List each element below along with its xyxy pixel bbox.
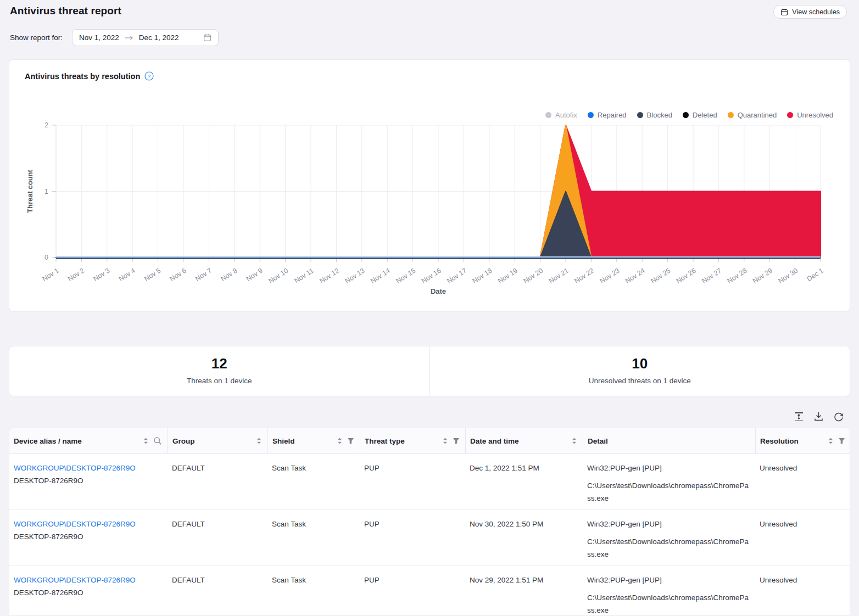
threat-path: C:\Users\test\Downloads\chromepass\Chrom… — [587, 479, 750, 505]
svg-text:Nov 30: Nov 30 — [777, 267, 799, 285]
threat-path: C:\Users\test\Downloads\chromepass\Chrom… — [587, 535, 750, 561]
view-schedules-label: View schedules — [792, 8, 840, 16]
resolution-cell: Unresolved — [755, 510, 850, 565]
group-cell: DEFAULT — [168, 566, 267, 616]
sort-icon[interactable] — [337, 436, 343, 445]
device-link[interactable]: WORKGROUP\DESKTOP-8726R9O — [14, 576, 136, 584]
svg-text:Nov 18: Nov 18 — [471, 267, 494, 285]
arrow-right-icon — [125, 35, 133, 41]
device-cell: WORKGROUP\DESKTOP-8726R9O DESKTOP-8726R9… — [9, 510, 168, 565]
svg-text:Nov 20: Nov 20 — [522, 267, 544, 285]
legend-item-blocked[interactable]: Blocked — [637, 111, 672, 119]
refresh-button[interactable] — [833, 411, 844, 423]
summary-unresolved: 10 Unresolved threats on 1 device — [430, 346, 850, 396]
svg-text:Date: Date — [431, 287, 446, 295]
date-range-picker[interactable]: Nov 1, 2022 Dec 1, 2022 — [72, 29, 219, 46]
legend-dot — [637, 112, 643, 118]
summary-card: 12 Threats on 1 device 10 Unresolved thr… — [9, 346, 850, 396]
table-row: WORKGROUP\DESKTOP-8726R9O DESKTOP-8726R9… — [9, 566, 850, 616]
svg-text:Nov 24: Nov 24 — [624, 267, 646, 285]
legend-label: Repaired — [598, 111, 627, 119]
chart-title: Antivirus threats by resolution — [25, 72, 140, 81]
row-height-button[interactable] — [794, 411, 804, 423]
table-toolbar — [794, 411, 844, 423]
svg-text:Dec 1: Dec 1 — [806, 267, 825, 283]
svg-text:0: 0 — [44, 254, 48, 261]
legend-item-deleted[interactable]: Deleted — [683, 111, 717, 119]
help-icon[interactable]: ? — [144, 71, 154, 81]
threats-count: 12 — [9, 355, 430, 372]
sort-icon[interactable] — [571, 436, 577, 445]
svg-text:Nov 6: Nov 6 — [169, 267, 188, 283]
threat-name: Win32:PUP-gen [PUP] — [587, 518, 749, 530]
refresh-icon — [833, 411, 844, 422]
table-row: WORKGROUP\DESKTOP-8726R9O DESKTOP-8726R9… — [9, 510, 850, 566]
date-range-end: Dec 1, 2022 — [139, 33, 179, 42]
table-header: Device alias / name Group Shield Threat … — [9, 428, 850, 454]
shield-cell: Scan Task — [267, 566, 360, 616]
filter-icon[interactable] — [347, 437, 354, 445]
sort-icon[interactable] — [143, 436, 149, 445]
download-button[interactable] — [813, 411, 824, 423]
col-header-threat-type[interactable]: Threat type — [360, 428, 465, 453]
device-cell: WORKGROUP\DESKTOP-8726R9O DESKTOP-8726R9… — [9, 566, 168, 616]
col-header-group[interactable]: Group — [168, 428, 267, 453]
legend-label: Deleted — [693, 111, 717, 119]
search-icon[interactable] — [153, 436, 162, 445]
device-link[interactable]: WORKGROUP\DESKTOP-8726R9O — [14, 520, 136, 528]
svg-text:Nov 4: Nov 4 — [118, 267, 137, 283]
svg-text:Nov 12: Nov 12 — [318, 267, 341, 285]
calendar-icon[interactable] — [203, 33, 211, 42]
svg-text:Nov 22: Nov 22 — [573, 267, 595, 285]
shield-cell: Scan Task — [267, 454, 360, 509]
legend-dot — [787, 112, 793, 118]
detail-cell: Win32:PUP-gen [PUP] C:\Users\test\Downlo… — [583, 566, 755, 616]
page-title: Antivirus threat report — [10, 5, 121, 17]
view-schedules-button[interactable]: View schedules — [773, 5, 847, 19]
device-name: DESKTOP-8726R9O — [14, 530, 161, 543]
group-cell: DEFAULT — [168, 510, 267, 565]
sort-icon[interactable] — [442, 436, 448, 445]
group-cell: DEFAULT — [168, 454, 267, 509]
col-header-shield[interactable]: Shield — [267, 428, 360, 453]
legend-item-quarantined[interactable]: Quarantined — [728, 111, 777, 119]
threat-path: C:\Users\test\Downloads\chromepass\Chrom… — [587, 591, 750, 616]
threat-name: Win32:PUP-gen [PUP] — [587, 574, 749, 586]
summary-threats: 12 Threats on 1 device — [9, 346, 430, 396]
legend-label: Quarantined — [738, 111, 777, 119]
resolution-cell: Unresolved — [755, 454, 850, 509]
col-header-datetime[interactable]: Date and time — [465, 428, 583, 453]
svg-text:Nov 23: Nov 23 — [599, 267, 621, 285]
sort-icon[interactable] — [256, 436, 262, 445]
threats-area-chart: 012Nov 1Nov 2Nov 3Nov 4Nov 5Nov 6Nov 7No… — [9, 60, 850, 311]
sort-icon[interactable] — [828, 436, 834, 445]
legend-item-repaired[interactable]: Repaired — [588, 111, 627, 119]
svg-text:Nov 13: Nov 13 — [344, 267, 366, 285]
svg-text:Nov 5: Nov 5 — [143, 267, 162, 283]
legend-item-unresolved[interactable]: Unresolved — [787, 111, 833, 119]
threats-count-label: Threats on 1 device — [9, 377, 430, 385]
svg-text:Nov 17: Nov 17 — [445, 267, 468, 285]
col-header-resolution[interactable]: Resolution — [755, 428, 850, 453]
detail-cell: Win32:PUP-gen [PUP] C:\Users\test\Downlo… — [583, 454, 755, 509]
unresolved-count-label: Unresolved threats on 1 device — [430, 377, 850, 385]
svg-text:Nov 25: Nov 25 — [649, 267, 672, 285]
datetime-cell: Nov 30, 2022 1:50 PM — [465, 510, 583, 565]
detail-cell: Win32:PUP-gen [PUP] C:\Users\test\Downlo… — [583, 510, 755, 565]
device-cell: WORKGROUP\DESKTOP-8726R9O DESKTOP-8726R9… — [9, 454, 168, 509]
legend-item-autofix[interactable]: Autofix — [545, 111, 577, 119]
svg-text:2: 2 — [44, 121, 48, 129]
chart-card: 012Nov 1Nov 2Nov 3Nov 4Nov 5Nov 6Nov 7No… — [9, 59, 850, 312]
threat-type-cell: PUP — [360, 454, 465, 509]
col-header-device[interactable]: Device alias / name — [9, 428, 168, 453]
device-link[interactable]: WORKGROUP\DESKTOP-8726R9O — [14, 464, 136, 472]
svg-text:Nov 21: Nov 21 — [548, 267, 570, 285]
calendar-icon — [780, 8, 788, 16]
filter-icon[interactable] — [453, 437, 460, 445]
legend-dot — [683, 112, 689, 118]
svg-text:Nov 14: Nov 14 — [369, 267, 392, 285]
svg-text:Threat count: Threat count — [26, 169, 34, 212]
svg-text:Nov 15: Nov 15 — [394, 267, 417, 285]
svg-text:Nov 3: Nov 3 — [92, 267, 111, 283]
filter-icon[interactable] — [838, 437, 845, 445]
